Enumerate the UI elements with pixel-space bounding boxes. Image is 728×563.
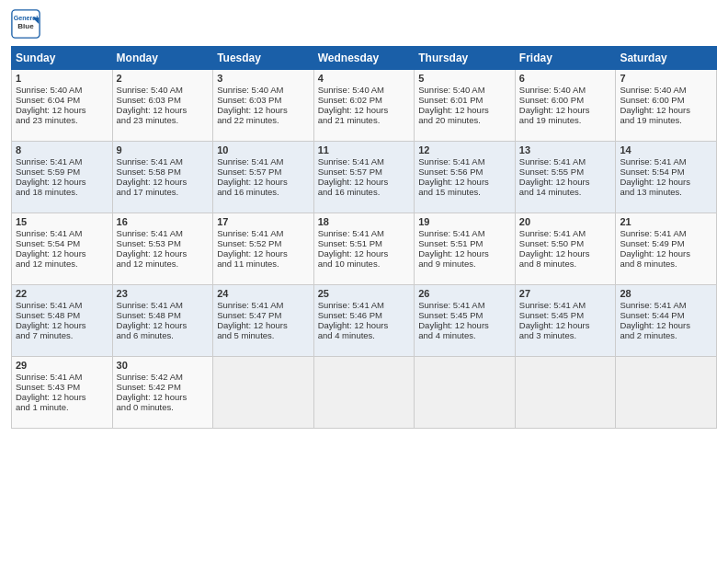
cell-line: Sunrise: 5:41 AM — [217, 300, 310, 310]
cell-line: Daylight: 12 hours — [217, 248, 310, 259]
cell-line: Daylight: 12 hours — [16, 248, 108, 259]
calendar-cell: 20Sunrise: 5:41 AMSunset: 5:50 PMDayligh… — [515, 213, 616, 285]
calendar-cell: 18Sunrise: 5:41 AMSunset: 5:51 PMDayligh… — [313, 213, 415, 285]
calendar-cell — [415, 357, 516, 429]
calendar-cell: 24Sunrise: 5:41 AMSunset: 5:47 PMDayligh… — [213, 285, 314, 357]
day-number: 20 — [519, 216, 612, 227]
cell-line: Sunset: 5:45 PM — [519, 310, 612, 320]
cell-line: Sunset: 5:44 PM — [620, 310, 712, 320]
cell-line: and 18 minutes. — [16, 187, 108, 197]
cell-line: and 8 minutes. — [620, 259, 712, 269]
day-number: 1 — [16, 73, 108, 84]
calendar-cell: 6Sunrise: 5:40 AMSunset: 6:00 PMDaylight… — [515, 70, 616, 142]
cell-line: Sunset: 6:03 PM — [217, 95, 310, 105]
day-number: 29 — [16, 360, 108, 371]
cell-line: Sunrise: 5:41 AM — [16, 156, 108, 167]
calendar-cell — [213, 357, 314, 429]
cell-line: Sunset: 6:00 PM — [620, 95, 712, 105]
cell-line: and 23 minutes. — [117, 115, 210, 125]
calendar-cell — [313, 357, 415, 429]
cell-line: Sunrise: 5:41 AM — [16, 300, 108, 310]
cell-line: Daylight: 12 hours — [318, 105, 411, 115]
day-number: 13 — [519, 144, 612, 155]
dow-header-thursday: Thursday — [415, 47, 516, 70]
cell-line: Daylight: 12 hours — [16, 177, 108, 187]
cell-line: Sunrise: 5:41 AM — [620, 156, 712, 167]
calendar-week-5: 29Sunrise: 5:41 AMSunset: 5:43 PMDayligh… — [12, 357, 717, 429]
cell-line: and 0 minutes. — [117, 402, 210, 412]
cell-line: Daylight: 12 hours — [16, 320, 108, 330]
cell-line: Daylight: 12 hours — [519, 177, 612, 187]
day-number: 25 — [318, 288, 411, 299]
day-number: 21 — [620, 216, 712, 227]
page-header: General Blue — [11, 9, 717, 39]
cell-line: and 21 minutes. — [318, 115, 411, 125]
cell-line: and 12 minutes. — [16, 259, 108, 269]
day-number: 17 — [217, 216, 310, 227]
calendar-cell: 25Sunrise: 5:41 AMSunset: 5:46 PMDayligh… — [313, 285, 415, 357]
calendar-cell — [515, 357, 616, 429]
day-number: 18 — [318, 216, 411, 227]
cell-line: Sunset: 5:56 PM — [418, 167, 511, 177]
cell-line: Daylight: 12 hours — [519, 248, 612, 259]
cell-line: Sunrise: 5:41 AM — [519, 228, 612, 238]
calendar-cell: 10Sunrise: 5:41 AMSunset: 5:57 PMDayligh… — [213, 142, 314, 213]
day-number: 8 — [16, 144, 108, 155]
cell-line: and 10 minutes. — [318, 259, 411, 269]
dow-header-saturday: Saturday — [616, 47, 717, 70]
cell-line: Sunset: 6:00 PM — [519, 95, 612, 105]
day-number: 11 — [318, 144, 411, 155]
cell-line: Sunset: 5:51 PM — [318, 238, 411, 248]
cell-line: Sunset: 5:58 PM — [117, 167, 210, 177]
calendar-cell: 7Sunrise: 5:40 AMSunset: 6:00 PMDaylight… — [616, 70, 717, 142]
cell-line: Daylight: 12 hours — [318, 177, 411, 187]
cell-line: Daylight: 12 hours — [217, 105, 310, 115]
day-number: 12 — [418, 144, 511, 155]
calendar-cell — [616, 357, 717, 429]
cell-line: Sunrise: 5:40 AM — [217, 85, 310, 95]
day-of-week-row: SundayMondayTuesdayWednesdayThursdayFrid… — [12, 47, 717, 70]
cell-line: Daylight: 12 hours — [16, 392, 108, 402]
cell-line: and 5 minutes. — [217, 330, 310, 340]
day-number: 19 — [418, 216, 511, 227]
day-number: 7 — [620, 73, 712, 84]
calendar-cell: 15Sunrise: 5:41 AMSunset: 5:54 PMDayligh… — [12, 213, 113, 285]
cell-line: Daylight: 12 hours — [620, 177, 712, 187]
calendar-cell: 16Sunrise: 5:41 AMSunset: 5:53 PMDayligh… — [112, 213, 213, 285]
cell-line: Sunrise: 5:41 AM — [318, 156, 411, 167]
calendar-cell: 3Sunrise: 5:40 AMSunset: 6:03 PMDaylight… — [213, 70, 314, 142]
cell-line: Daylight: 12 hours — [117, 177, 210, 187]
cell-line: Sunrise: 5:40 AM — [117, 85, 210, 95]
day-number: 22 — [16, 288, 108, 299]
day-number: 23 — [117, 288, 210, 299]
calendar-cell: 22Sunrise: 5:41 AMSunset: 5:48 PMDayligh… — [12, 285, 113, 357]
cell-line: and 20 minutes. — [418, 115, 511, 125]
cell-line: Sunset: 5:45 PM — [418, 310, 511, 320]
cell-line: Sunrise: 5:40 AM — [519, 85, 612, 95]
cell-line: Daylight: 12 hours — [117, 105, 210, 115]
cell-line: and 9 minutes. — [418, 259, 511, 269]
day-number: 15 — [16, 216, 108, 227]
day-number: 26 — [418, 288, 511, 299]
cell-line: Daylight: 12 hours — [418, 177, 511, 187]
cell-line: and 17 minutes. — [117, 187, 210, 197]
cell-line: and 4 minutes. — [318, 330, 411, 340]
cell-line: Daylight: 12 hours — [620, 248, 712, 259]
cell-line: Sunset: 5:50 PM — [519, 238, 612, 248]
cell-line: Sunrise: 5:41 AM — [620, 300, 712, 310]
calendar-cell: 28Sunrise: 5:41 AMSunset: 5:44 PMDayligh… — [616, 285, 717, 357]
cell-line: Sunset: 6:03 PM — [117, 95, 210, 105]
cell-line: Sunset: 5:59 PM — [16, 167, 108, 177]
day-number: 6 — [519, 73, 612, 84]
calendar-cell: 13Sunrise: 5:41 AMSunset: 5:55 PMDayligh… — [515, 142, 616, 213]
calendar-week-3: 15Sunrise: 5:41 AMSunset: 5:54 PMDayligh… — [12, 213, 717, 285]
cell-line: Sunset: 6:04 PM — [16, 95, 108, 105]
day-number: 10 — [217, 144, 310, 155]
cell-line: Daylight: 12 hours — [318, 320, 411, 330]
cell-line: Sunset: 5:47 PM — [217, 310, 310, 320]
cell-line: and 13 minutes. — [620, 187, 712, 197]
cell-line: and 19 minutes. — [620, 115, 712, 125]
calendar-cell: 26Sunrise: 5:41 AMSunset: 5:45 PMDayligh… — [415, 285, 516, 357]
dow-header-tuesday: Tuesday — [213, 47, 314, 70]
cell-line: and 11 minutes. — [217, 259, 310, 269]
